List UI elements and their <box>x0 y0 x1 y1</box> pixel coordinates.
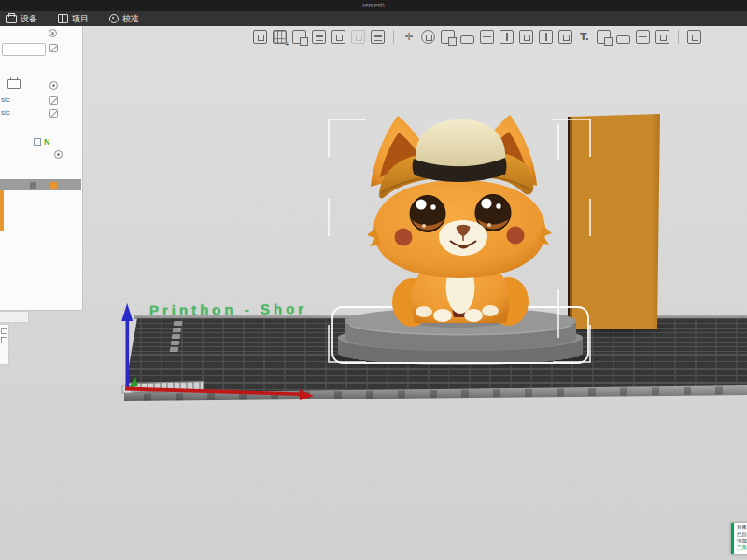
z-axis <box>126 319 130 388</box>
axes-gizmo <box>110 297 325 407</box>
select-frame-icon[interactable] <box>655 30 669 44</box>
filament-edit-icon-2[interactable] <box>49 109 58 118</box>
menu-device-label: 设备 <box>21 13 37 25</box>
filament-row-1[interactable]: sic <box>1 95 10 104</box>
printer-settings-gear-icon[interactable] <box>49 81 58 90</box>
panel-stub <box>0 311 29 323</box>
divider <box>0 161 81 161</box>
plate-tools[interactable]: N <box>34 137 50 147</box>
assembly-icon[interactable] <box>687 30 701 44</box>
menu-device[interactable]: 设备 <box>2 11 41 26</box>
printer-select-icon[interactable] <box>7 79 21 89</box>
scale-icon[interactable] <box>441 30 455 44</box>
copy-icon[interactable] <box>331 30 345 44</box>
y-axis-arrow <box>129 377 138 387</box>
x-axis <box>125 387 302 397</box>
menu-calibrate-label: 校准 <box>122 13 139 25</box>
object-list-row[interactable] <box>0 179 81 190</box>
move-icon[interactable]: ✛ <box>402 31 416 43</box>
toast-line-2: 已自动 <box>737 531 747 538</box>
fill-window-icon[interactable] <box>539 30 553 44</box>
mini-icon-2[interactable] <box>1 337 7 343</box>
mini-toolbar[interactable] <box>0 324 9 365</box>
left-sidebar: sic sic N <box>0 26 83 311</box>
search-input[interactable] <box>2 43 46 56</box>
object-color-icon <box>50 182 57 189</box>
text-tool-icon[interactable]: T. <box>578 31 591 43</box>
mini-icon-1[interactable] <box>1 328 7 334</box>
plate-icon <box>34 138 41 146</box>
paint-icon[interactable] <box>597 30 611 44</box>
x-axis-arrow <box>299 389 314 400</box>
plate-badge: N <box>44 137 50 147</box>
filament-label-2: sic <box>1 108 10 117</box>
filament-label-1: sic <box>1 95 10 104</box>
main-toolbar: ✛ T. <box>253 30 701 44</box>
toast-line-1: 对象过大 <box>737 525 747 531</box>
cut-icon[interactable] <box>500 30 514 44</box>
menu-project[interactable]: 项目 <box>54 11 92 26</box>
rotate-icon[interactable] <box>421 30 435 44</box>
menu-calibrate[interactable]: 校准 <box>106 11 143 26</box>
window-title: remesh <box>362 2 384 8</box>
app-window: remesh 设备 项目 校准 sic sic N <box>0 0 747 560</box>
split-horizontal-icon[interactable] <box>480 30 494 44</box>
selection-brackets <box>317 107 598 378</box>
arrange-icon[interactable] <box>312 30 326 44</box>
z-axis-arrow <box>121 303 133 321</box>
add-object-icon[interactable] <box>253 30 267 44</box>
settings-gear-icon[interactable] <box>49 29 57 37</box>
layers-icon[interactable] <box>371 30 385 44</box>
seam-icon[interactable] <box>616 35 630 44</box>
menu-project-label: 项目 <box>72 13 89 25</box>
support-icon[interactable] <box>636 30 650 44</box>
list-settings-gear-icon[interactable] <box>54 150 63 159</box>
toolbar-divider <box>393 30 394 44</box>
filament-edit-icon-1[interactable] <box>49 96 58 105</box>
add-plate-icon[interactable] <box>273 30 287 44</box>
object-cube-icon <box>30 182 36 189</box>
boolean-cube-icon[interactable] <box>558 30 572 44</box>
toolbar-divider-2 <box>678 30 679 44</box>
paste-icon[interactable] <box>351 30 365 44</box>
auto-orient-icon[interactable] <box>292 30 306 44</box>
merge-icon[interactable] <box>519 30 533 44</box>
menu-bar: 设备 项目 校准 <box>0 11 747 26</box>
calibrate-icon <box>109 14 119 23</box>
object-highlight-bar <box>0 190 4 231</box>
filament-row-2[interactable]: sic <box>1 108 10 117</box>
project-icon <box>58 14 68 23</box>
title-bar: remesh <box>0 0 747 11</box>
lay-flat-icon[interactable] <box>460 35 474 44</box>
printer-icon <box>6 15 17 23</box>
toast-line-3: 缩放模型 <box>737 538 747 544</box>
edit-icon[interactable] <box>49 44 58 52</box>
toast-line-4: 三角面片 <box>737 544 747 551</box>
notification-toast[interactable]: 对象过大 已自动 缩放模型 三角面片 <box>731 523 747 554</box>
